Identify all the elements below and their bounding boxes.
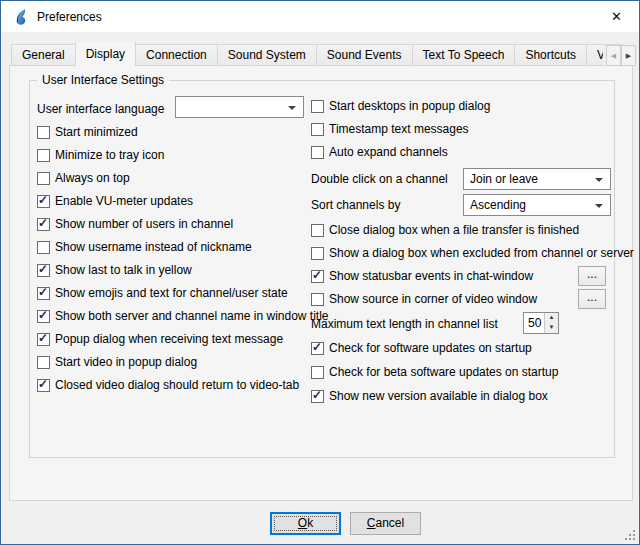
checkbox[interactable]: ✓	[37, 287, 50, 300]
sort-channels-combo-value: Ascending	[470, 198, 526, 212]
checkbox-video-source-corner[interactable]: Show source in corner of video window	[311, 291, 537, 307]
checkbox-beta-updates[interactable]: Check for beta software updates on start…	[311, 364, 558, 380]
checkbox[interactable]	[311, 366, 324, 379]
checkbox-popup-text-message[interactable]: ✓ Popup dialog when receiving text messa…	[37, 331, 283, 347]
checkbox[interactable]	[311, 293, 324, 306]
close-button[interactable]: ✕	[594, 1, 639, 32]
sort-channels-label: Sort channels by	[311, 197, 400, 213]
checkbox-emoji-text-state[interactable]: ✓ Show emojis and text for channel/user …	[37, 285, 288, 301]
spinner-value[interactable]: 50	[528, 316, 541, 330]
ellipsis-label: ...	[587, 267, 597, 281]
cancel-button-label: ancel	[375, 516, 404, 530]
spinner-up-button[interactable]: ▲	[545, 313, 558, 323]
video-source-more-button[interactable]: ...	[578, 289, 606, 309]
tab-connection[interactable]: Connection	[135, 44, 218, 65]
ok-button-label: k	[307, 516, 313, 530]
checkbox[interactable]: ✓	[37, 264, 50, 277]
double-click-combo-value: Join or leave	[470, 172, 538, 186]
tab-general[interactable]: General	[11, 44, 76, 65]
checkbox-show-user-count[interactable]: ✓ Show number of users in channel	[37, 216, 233, 232]
checkbox[interactable]	[311, 224, 324, 237]
groupbox-title: User Interface Settings	[37, 73, 169, 87]
arrow-left-icon: ◀	[611, 52, 616, 59]
language-label: User interface language	[37, 101, 164, 117]
tab-scroll-left-button[interactable]: ◀	[606, 45, 621, 66]
checkbox-label: Check for software updates on startup	[329, 341, 532, 355]
checkbox-video-return-tab[interactable]: ✓ Closed video dialog should return to v…	[37, 377, 299, 393]
app-icon	[11, 8, 29, 26]
checkbox-label: Show a dialog box when excluded from cha…	[329, 246, 634, 260]
checkbox-file-transfer-close[interactable]: Close dialog box when a file transfer is…	[311, 222, 579, 238]
checkbox-label: Minimize to tray icon	[55, 148, 164, 162]
tab-text-to-speech[interactable]: Text To Speech	[412, 44, 516, 65]
checkbox[interactable]	[311, 247, 324, 260]
checkbox[interactable]: ✓	[311, 270, 324, 283]
checkbox[interactable]	[37, 149, 50, 162]
ok-button[interactable]: Ok	[270, 512, 341, 535]
tab-sound-events[interactable]: Sound Events	[316, 44, 413, 65]
checkbox-label: Closed video dialog should return to vid…	[55, 378, 299, 392]
window-title: Preferences	[37, 10, 102, 24]
tab-display[interactable]: Display	[75, 42, 136, 66]
checkbox-desktops-popup[interactable]: Start desktops in popup dialog	[311, 98, 490, 114]
checkbox[interactable]	[37, 126, 50, 139]
double-click-combo[interactable]: Join or leave	[463, 168, 611, 190]
resize-grip[interactable]	[623, 528, 636, 541]
checkbox-always-on-top[interactable]: Always on top	[37, 170, 130, 186]
checkbox-excluded-dialog[interactable]: Show a dialog box when excluded from cha…	[311, 245, 634, 261]
ellipsis-label: ...	[587, 290, 597, 304]
checkbox[interactable]: ✓	[37, 310, 50, 323]
checkbox[interactable]	[311, 100, 324, 113]
checkbox[interactable]: ✓	[37, 195, 50, 208]
tab-scroll-right-button[interactable]: ▶	[621, 45, 636, 66]
checkbox-video-popup[interactable]: Start video in popup dialog	[37, 354, 197, 370]
language-combo[interactable]	[175, 96, 304, 118]
cancel-button[interactable]: Cancel	[350, 512, 421, 535]
checkbox-label: Start video in popup dialog	[55, 355, 197, 369]
title-bar[interactable]: Preferences ✕	[1, 1, 639, 32]
checkbox-label: Always on top	[55, 171, 130, 185]
checkbox-last-talk-yellow[interactable]: ✓ Show last to talk in yellow	[37, 262, 192, 278]
arrow-right-icon: ▶	[626, 52, 631, 59]
checkbox-statusbar-events[interactable]: ✓ Show statusbar events in chat-window	[311, 268, 533, 284]
spinner-down-button[interactable]: ▼	[545, 323, 558, 333]
checkbox-show-username[interactable]: Show username instead of nickname	[37, 239, 252, 255]
checkbox-new-version-dialog[interactable]: ✓ Show new version available in dialog b…	[311, 388, 548, 404]
checkbox-label: Show statusbar events in chat-window	[329, 269, 533, 283]
spinner-up-icon: ▲	[549, 314, 555, 320]
checkmark-icon: ✓	[312, 340, 322, 354]
checkbox-start-minimized[interactable]: Start minimized	[37, 124, 138, 140]
tab-sound-system[interactable]: Sound System	[217, 44, 317, 65]
checkbox-label: Close dialog box when a file transfer is…	[329, 223, 579, 237]
checkbox[interactable]	[311, 123, 324, 136]
checkmark-icon: ✓	[38, 193, 48, 207]
checkbox[interactable]	[37, 241, 50, 254]
checkbox-label: Show username instead of nickname	[55, 240, 252, 254]
statusbar-events-more-button[interactable]: ...	[578, 266, 606, 286]
checkbox-updates-startup[interactable]: ✓ Check for software updates on startup	[311, 340, 532, 356]
tab-shortcuts[interactable]: Shortcuts	[514, 44, 587, 65]
checkbox-auto-expand[interactable]: Auto expand channels	[311, 144, 448, 160]
checkbox-minimize-to-tray[interactable]: Minimize to tray icon	[37, 147, 164, 163]
checkmark-icon: ✓	[38, 285, 48, 299]
spinner-down-icon: ▼	[549, 324, 555, 330]
checkbox-timestamp-messages[interactable]: Timestamp text messages	[311, 121, 469, 137]
checkbox-label: Auto expand channels	[329, 145, 448, 159]
chevron-down-icon	[595, 178, 603, 182]
checkbox[interactable]	[37, 172, 50, 185]
checkbox[interactable]: ✓	[311, 390, 324, 403]
checkbox[interactable]: ✓	[311, 342, 324, 355]
checkbox[interactable]	[311, 146, 324, 159]
max-text-length-spinner[interactable]: 50 ▲ ▼	[523, 312, 559, 334]
checkbox-label: Show emojis and text for channel/user st…	[55, 286, 288, 300]
checkbox-label: Timestamp text messages	[329, 122, 469, 136]
ok-button-accel: O	[298, 516, 307, 530]
sort-channels-combo[interactable]: Ascending	[463, 194, 611, 216]
checkbox[interactable]	[37, 356, 50, 369]
checkbox[interactable]: ✓	[37, 218, 50, 231]
checkbox[interactable]: ✓	[37, 379, 50, 392]
spinner-buttons: ▲ ▼	[544, 313, 558, 333]
checkbox-vu-meter-updates[interactable]: ✓ Enable VU-meter updates	[37, 193, 193, 209]
checkbox-server-channel-title[interactable]: ✓ Show both server and channel name in w…	[37, 308, 329, 324]
checkbox[interactable]: ✓	[37, 333, 50, 346]
